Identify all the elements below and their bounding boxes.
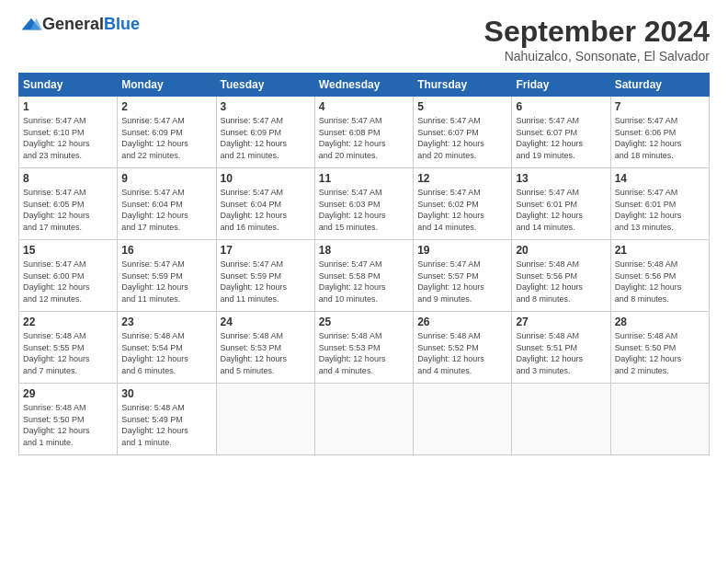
- day-number: 6: [516, 100, 606, 113]
- logo: GeneralBlue: [18, 15, 140, 34]
- day-info: Sunrise: 5:48 AM Sunset: 5:53 PM Dayligh…: [319, 330, 409, 376]
- day-info: Sunrise: 5:47 AM Sunset: 6:02 PM Dayligh…: [417, 187, 507, 233]
- day-number: 9: [121, 172, 211, 185]
- weekday-saturday: Saturday: [610, 74, 709, 97]
- day-number: 25: [319, 316, 409, 328]
- day-info: Sunrise: 5:47 AM Sunset: 6:09 PM Dayligh…: [221, 115, 311, 161]
- day-number: 15: [23, 244, 113, 257]
- calendar-cell: 18Sunrise: 5:47 AM Sunset: 5:58 PM Dayli…: [314, 240, 413, 312]
- day-number: 11: [319, 172, 409, 185]
- calendar-cell: 30Sunrise: 5:48 AM Sunset: 5:49 PM Dayli…: [118, 384, 216, 455]
- calendar-cell: 15Sunrise: 5:47 AM Sunset: 6:00 PM Dayli…: [19, 240, 118, 312]
- day-info: Sunrise: 5:47 AM Sunset: 5:57 PM Dayligh…: [417, 259, 507, 304]
- day-number: 13: [516, 172, 606, 185]
- weekday-friday: Friday: [512, 74, 610, 97]
- day-info: Sunrise: 5:48 AM Sunset: 5:55 PM Dayligh…: [23, 330, 113, 376]
- header: GeneralBlue September 2024 Nahuizalco, S…: [18, 15, 710, 63]
- day-info: Sunrise: 5:47 AM Sunset: 6:06 PM Dayligh…: [615, 115, 705, 161]
- calendar-cell: 13Sunrise: 5:47 AM Sunset: 6:01 PM Dayli…: [512, 168, 610, 240]
- calendar-cell: 25Sunrise: 5:48 AM Sunset: 5:53 PM Dayli…: [314, 312, 413, 384]
- calendar-cell: 11Sunrise: 5:47 AM Sunset: 6:03 PM Dayli…: [314, 168, 413, 240]
- day-number: 14: [615, 172, 705, 185]
- calendar-cell: [610, 384, 709, 455]
- day-info: Sunrise: 5:47 AM Sunset: 6:10 PM Dayligh…: [23, 115, 113, 161]
- day-number: 29: [23, 387, 113, 400]
- weekday-tuesday: Tuesday: [216, 74, 314, 97]
- calendar-cell: 20Sunrise: 5:48 AM Sunset: 5:56 PM Dayli…: [512, 240, 610, 312]
- day-info: Sunrise: 5:48 AM Sunset: 5:52 PM Dayligh…: [417, 330, 507, 376]
- day-number: 8: [23, 172, 113, 185]
- day-number: 22: [23, 316, 113, 328]
- day-info: Sunrise: 5:47 AM Sunset: 6:01 PM Dayligh…: [516, 187, 606, 233]
- day-info: Sunrise: 5:48 AM Sunset: 5:50 PM Dayligh…: [23, 402, 113, 448]
- calendar-cell: 3Sunrise: 5:47 AM Sunset: 6:09 PM Daylig…: [216, 97, 314, 168]
- day-info: Sunrise: 5:47 AM Sunset: 6:04 PM Dayligh…: [221, 187, 311, 233]
- day-number: 12: [417, 172, 507, 185]
- day-number: 16: [121, 244, 211, 257]
- weekday-thursday: Thursday: [414, 74, 512, 97]
- calendar-page: GeneralBlue September 2024 Nahuizalco, S…: [0, 0, 728, 563]
- calendar-cell: 19Sunrise: 5:47 AM Sunset: 5:57 PM Dayli…: [414, 240, 512, 312]
- calendar-cell: 23Sunrise: 5:48 AM Sunset: 5:54 PM Dayli…: [118, 312, 216, 384]
- calendar-week-row: 29Sunrise: 5:48 AM Sunset: 5:50 PM Dayli…: [19, 384, 710, 455]
- day-info: Sunrise: 5:47 AM Sunset: 6:01 PM Dayligh…: [615, 187, 705, 233]
- day-info: Sunrise: 5:48 AM Sunset: 5:56 PM Dayligh…: [615, 259, 705, 304]
- day-info: Sunrise: 5:47 AM Sunset: 5:58 PM Dayligh…: [319, 259, 409, 304]
- calendar-cell: 8Sunrise: 5:47 AM Sunset: 6:05 PM Daylig…: [19, 168, 118, 240]
- day-number: 28: [615, 316, 705, 328]
- calendar-week-row: 1Sunrise: 5:47 AM Sunset: 6:10 PM Daylig…: [19, 97, 710, 168]
- calendar-cell: 7Sunrise: 5:47 AM Sunset: 6:06 PM Daylig…: [610, 97, 709, 168]
- day-info: Sunrise: 5:48 AM Sunset: 5:53 PM Dayligh…: [221, 330, 311, 376]
- day-info: Sunrise: 5:48 AM Sunset: 5:51 PM Dayligh…: [516, 330, 606, 376]
- calendar-cell: 4Sunrise: 5:47 AM Sunset: 6:08 PM Daylig…: [314, 97, 413, 168]
- day-info: Sunrise: 5:47 AM Sunset: 6:09 PM Dayligh…: [121, 115, 211, 161]
- calendar-cell: 21Sunrise: 5:48 AM Sunset: 5:56 PM Dayli…: [610, 240, 709, 312]
- calendar-cell: 5Sunrise: 5:47 AM Sunset: 6:07 PM Daylig…: [414, 97, 512, 168]
- day-number: 21: [615, 244, 705, 257]
- calendar-cell: 6Sunrise: 5:47 AM Sunset: 6:07 PM Daylig…: [512, 97, 610, 168]
- calendar-cell: [314, 384, 413, 455]
- calendar-cell: 12Sunrise: 5:47 AM Sunset: 6:02 PM Dayli…: [414, 168, 512, 240]
- day-number: 7: [615, 100, 705, 113]
- calendar-cell: [512, 384, 610, 455]
- calendar-cell: 10Sunrise: 5:47 AM Sunset: 6:04 PM Dayli…: [216, 168, 314, 240]
- calendar-week-row: 22Sunrise: 5:48 AM Sunset: 5:55 PM Dayli…: [19, 312, 710, 384]
- location: Nahuizalco, Sonsonate, El Salvador: [484, 49, 710, 63]
- calendar-cell: 2Sunrise: 5:47 AM Sunset: 6:09 PM Daylig…: [118, 97, 216, 168]
- calendar-cell: [414, 384, 512, 455]
- day-info: Sunrise: 5:47 AM Sunset: 6:05 PM Dayligh…: [23, 187, 113, 233]
- weekday-header-row: SundayMondayTuesdayWednesdayThursdayFrid…: [19, 74, 710, 97]
- day-number: 30: [121, 387, 211, 400]
- calendar-cell: 27Sunrise: 5:48 AM Sunset: 5:51 PM Dayli…: [512, 312, 610, 384]
- day-info: Sunrise: 5:47 AM Sunset: 6:00 PM Dayligh…: [23, 259, 113, 304]
- day-info: Sunrise: 5:47 AM Sunset: 6:03 PM Dayligh…: [319, 187, 409, 233]
- day-number: 5: [417, 100, 507, 113]
- calendar-cell: 29Sunrise: 5:48 AM Sunset: 5:50 PM Dayli…: [19, 384, 118, 455]
- calendar-cell: 9Sunrise: 5:47 AM Sunset: 6:04 PM Daylig…: [118, 168, 216, 240]
- day-info: Sunrise: 5:47 AM Sunset: 6:04 PM Dayligh…: [121, 187, 211, 233]
- calendar-cell: [216, 384, 314, 455]
- weekday-sunday: Sunday: [19, 74, 118, 97]
- logo-text: GeneralBlue: [42, 15, 140, 34]
- weekday-wednesday: Wednesday: [314, 74, 413, 97]
- day-info: Sunrise: 5:47 AM Sunset: 5:59 PM Dayligh…: [221, 259, 311, 304]
- day-info: Sunrise: 5:47 AM Sunset: 6:07 PM Dayligh…: [516, 115, 606, 161]
- calendar-week-row: 15Sunrise: 5:47 AM Sunset: 6:00 PM Dayli…: [19, 240, 710, 312]
- calendar-cell: 17Sunrise: 5:47 AM Sunset: 5:59 PM Dayli…: [216, 240, 314, 312]
- day-number: 19: [417, 244, 507, 257]
- day-info: Sunrise: 5:47 AM Sunset: 6:08 PM Dayligh…: [319, 115, 409, 161]
- day-number: 20: [516, 244, 606, 257]
- calendar-table: SundayMondayTuesdayWednesdayThursdayFrid…: [18, 73, 710, 455]
- day-number: 23: [121, 316, 211, 328]
- day-number: 3: [221, 100, 311, 113]
- calendar-cell: 22Sunrise: 5:48 AM Sunset: 5:55 PM Dayli…: [19, 312, 118, 384]
- day-number: 17: [221, 244, 311, 257]
- calendar-cell: 24Sunrise: 5:48 AM Sunset: 5:53 PM Dayli…: [216, 312, 314, 384]
- weekday-monday: Monday: [118, 74, 216, 97]
- day-info: Sunrise: 5:48 AM Sunset: 5:50 PM Dayligh…: [615, 330, 705, 376]
- day-info: Sunrise: 5:47 AM Sunset: 6:07 PM Dayligh…: [417, 115, 507, 161]
- day-info: Sunrise: 5:48 AM Sunset: 5:56 PM Dayligh…: [516, 259, 606, 304]
- day-number: 2: [121, 100, 211, 113]
- month-title: September 2024: [484, 15, 710, 49]
- day-number: 1: [23, 100, 113, 113]
